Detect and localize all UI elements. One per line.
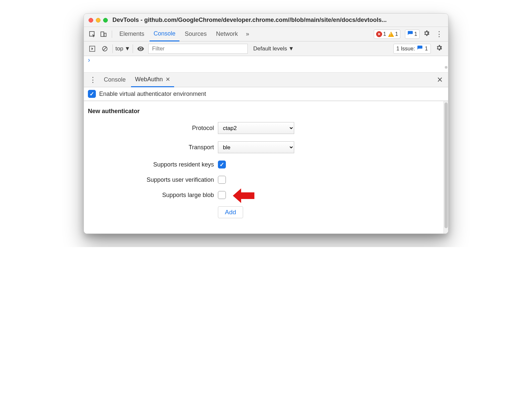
svg-rect-2 — [104, 33, 106, 36]
issues-count: 1 — [425, 46, 428, 52]
user-verification-label: Supports user verification — [88, 176, 214, 183]
device-toolbar-icon[interactable] — [99, 29, 108, 39]
enable-virtual-auth-checkbox[interactable] — [88, 90, 96, 98]
main-tabbar: Elements Console Sources Network » ✕1 1 … — [84, 27, 448, 41]
console-prompt-caret-icon: › — [84, 56, 448, 64]
messages-badge[interactable]: 1 — [405, 30, 420, 39]
dropdown-caret-icon: ▼ — [125, 45, 130, 52]
resident-keys-checkbox[interactable] — [218, 161, 226, 168]
add-authenticator-button[interactable]: Add — [218, 206, 243, 218]
warning-icon — [388, 32, 394, 37]
window-title: DevTools - github.com/GoogleChrome/devel… — [112, 17, 387, 24]
maximize-window-button[interactable] — [103, 18, 108, 23]
enable-virtual-auth-row: Enable virtual authenticator environment — [84, 87, 448, 101]
resident-keys-label: Supports resident keys — [88, 161, 214, 168]
transport-select[interactable]: ble — [218, 141, 294, 153]
svg-line-6 — [103, 47, 106, 50]
dropdown-caret-icon: ▼ — [289, 45, 294, 52]
tab-elements[interactable]: Elements — [115, 27, 148, 41]
user-verification-checkbox[interactable] — [218, 176, 226, 184]
close-drawer-icon[interactable]: ✕ — [435, 76, 445, 84]
large-blob-checkbox[interactable] — [218, 191, 226, 199]
scrollbar[interactable] — [443, 101, 448, 233]
tab-console[interactable]: Console — [150, 27, 179, 41]
error-warning-badge[interactable]: ✕1 1 — [374, 30, 400, 39]
error-icon: ✕ — [376, 31, 382, 37]
webauthn-panel: New authenticator Protocol ctap2 Transpo… — [84, 101, 448, 233]
levels-label: Default levels — [253, 45, 287, 52]
svg-marker-4 — [92, 47, 93, 50]
scroll-thumb[interactable] — [444, 102, 448, 228]
console-toolbar: top ▼ Default levels ▼ 1 Issue: 1 — [84, 41, 448, 56]
window-controls — [89, 18, 108, 23]
close-window-button[interactable] — [89, 18, 93, 23]
transport-label: Transport — [88, 144, 214, 151]
more-menu-icon[interactable]: ⋮ — [433, 30, 445, 38]
warning-count: 1 — [395, 31, 398, 37]
drawer-tab-console[interactable]: Console — [100, 73, 130, 87]
minimize-window-button[interactable] — [96, 18, 100, 23]
protocol-label: Protocol — [88, 125, 214, 132]
titlebar: DevTools - github.com/GoogleChrome/devel… — [84, 14, 448, 27]
message-count: 1 — [414, 31, 417, 37]
enable-label: Enable virtual authenticator environment — [99, 91, 206, 98]
clear-console-icon[interactable] — [100, 44, 110, 54]
tab-network[interactable]: Network — [212, 27, 242, 41]
message-icon — [417, 45, 423, 52]
protocol-select[interactable]: ctap2 — [218, 122, 294, 134]
error-count: 1 — [383, 31, 386, 37]
scope-label: top — [115, 45, 123, 52]
issues-prefix: 1 Issue: — [396, 46, 415, 52]
issues-badge[interactable]: 1 Issue: 1 — [393, 44, 431, 54]
inspect-element-icon[interactable] — [87, 29, 97, 39]
svg-rect-1 — [101, 32, 104, 36]
drawer-tabbar: ⋮ Console WebAuthn ✕ ✕ — [84, 73, 448, 87]
tab-sources[interactable]: Sources — [181, 27, 211, 41]
console-sidebar-toggle-icon[interactable] — [87, 44, 97, 54]
drawer-menu-icon[interactable]: ⋮ — [87, 76, 99, 84]
console-filter-input[interactable] — [148, 44, 248, 54]
arrow-annotation-icon — [231, 186, 258, 207]
console-body: › — [84, 56, 448, 73]
large-blob-label: Supports large blob — [88, 192, 214, 199]
console-settings-icon[interactable] — [433, 44, 445, 53]
devtools-window: DevTools - github.com/GoogleChrome/devel… — [84, 13, 448, 234]
drawer-tab-webauthn[interactable]: WebAuthn ✕ — [131, 73, 174, 87]
new-authenticator-form: New authenticator Protocol ctap2 Transpo… — [84, 101, 443, 233]
close-tab-icon[interactable]: ✕ — [166, 76, 170, 83]
live-expression-icon[interactable] — [136, 44, 146, 54]
log-levels-select[interactable]: Default levels ▼ — [250, 45, 297, 52]
message-icon — [407, 31, 413, 37]
settings-icon[interactable] — [421, 30, 432, 39]
execution-context-select[interactable]: top ▼ — [112, 44, 133, 53]
drawer-tab-label: WebAuthn — [135, 76, 163, 83]
drawer-tab-label: Console — [104, 76, 126, 83]
divider — [112, 31, 112, 38]
more-tabs-icon[interactable]: » — [243, 31, 252, 37]
form-heading: New authenticator — [88, 108, 439, 115]
